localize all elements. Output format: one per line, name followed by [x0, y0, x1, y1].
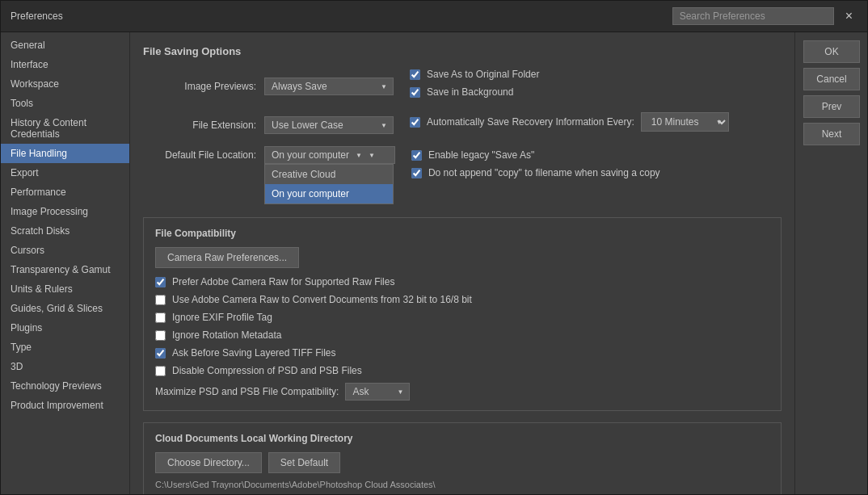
prefer-camera-raw-checkbox[interactable] [155, 277, 166, 287]
save-in-background-label: Save in Background [427, 86, 513, 98]
default-file-location-dropdown: On your computer ▼ Creative Cloud On you… [264, 146, 395, 164]
sidebar-item-export[interactable]: Export [1, 163, 129, 182]
dialog-title: Preferences [11, 10, 63, 22]
prefer-camera-raw-row: Prefer Adobe Camera Raw for Supported Ra… [155, 276, 769, 287]
sidebar-item-tools[interactable]: Tools [1, 94, 129, 113]
cancel-button[interactable]: Cancel [803, 68, 860, 90]
sidebar-item-performance[interactable]: Performance [1, 182, 129, 202]
default-file-location-button[interactable]: On your computer ▼ [264, 146, 395, 164]
do-not-append-label: Do not append "copy" to filename when sa… [428, 167, 660, 178]
image-previews-select-wrapper: Always Save Never Save Ask When Saving [264, 78, 394, 95]
auto-save-label: Automatically Save Recovery Information … [427, 116, 634, 128]
choose-directory-button[interactable]: Choose Directory... [155, 452, 262, 473]
enable-legacy-row: Enable legacy "Save As" [411, 149, 660, 161]
save-in-background-row: Save in Background [410, 86, 539, 98]
sidebar-item-product[interactable]: Product Improvement [1, 396, 129, 415]
ignore-exif-checkbox[interactable] [155, 313, 166, 323]
disable-compression-checkbox[interactable] [155, 366, 166, 376]
auto-save-row: Automatically Save Recovery Information … [410, 112, 729, 132]
sidebar-item-workspace[interactable]: Workspace [1, 74, 129, 94]
sidebar-item-image-processing[interactable]: Image Processing [1, 202, 129, 221]
auto-save-checkbox[interactable] [410, 117, 420, 128]
sidebar-item-scratch-disks[interactable]: Scratch Disks [1, 221, 129, 241]
ignore-rotation-row: Ignore Rotation Metadata [155, 329, 769, 341]
cloud-docs-buttons: Choose Directory... Set Default [155, 452, 769, 473]
sidebar-item-3d[interactable]: 3D [1, 357, 129, 376]
ok-button[interactable]: OK [803, 40, 860, 63]
close-button[interactable]: × [841, 8, 857, 24]
action-buttons-panel: OK Cancel Prev Next [794, 32, 867, 494]
image-previews-select[interactable]: Always Save Never Save Ask When Saving [264, 78, 394, 95]
dropdown-arrow-icon: ▼ [356, 152, 362, 159]
save-as-original-row: Save As to Original Folder [410, 69, 539, 80]
ignore-rotation-label: Ignore Rotation Metadata [172, 329, 281, 341]
maximize-psd-select[interactable]: Ask Always Never [345, 383, 410, 401]
ignore-exif-label: Ignore EXIF Profile Tag [172, 312, 272, 323]
next-button[interactable]: Next [803, 123, 860, 145]
default-file-location-menu: Creative Cloud On your computer [264, 164, 394, 204]
default-file-location-label: Default File Location: [143, 146, 264, 161]
maximize-psd-row: Maximize PSD and PSB File Compatibility:… [155, 383, 769, 401]
use-camera-raw-checkbox[interactable] [155, 295, 166, 305]
legacy-checkboxes: Enable legacy "Save As" Do not append "c… [411, 149, 660, 185]
file-extension-select[interactable]: Use Lower Case Use Upper Case [264, 116, 394, 134]
maximize-psd-select-wrapper: Ask Always Never [345, 383, 410, 401]
sidebar-item-interface[interactable]: Interface [1, 55, 129, 74]
set-default-button[interactable]: Set Default [268, 452, 340, 473]
save-as-original-checkbox[interactable] [410, 69, 420, 80]
auto-save-interval-wrapper: 5 Minutes 10 Minutes 15 Minutes 30 Minut… [641, 112, 729, 132]
title-bar: Preferences × [1, 1, 867, 32]
dropdown-item-creative-cloud[interactable]: Creative Cloud [265, 165, 393, 184]
cloud-documents-section: Cloud Documents Local Working Directory … [143, 422, 782, 494]
content-area: File Saving Options Image Previews: Alwa… [130, 32, 794, 494]
do-not-append-row: Do not append "copy" to filename when sa… [411, 167, 660, 178]
ignore-exif-row: Ignore EXIF Profile Tag [155, 312, 769, 323]
search-input[interactable] [672, 7, 834, 25]
main-layout: General Interface Workspace Tools Histor… [1, 32, 867, 494]
ignore-rotation-checkbox[interactable] [155, 330, 166, 341]
prefer-camera-raw-label: Prefer Adobe Camera Raw for Supported Ra… [172, 276, 394, 287]
sidebar-item-cursors[interactable]: Cursors [1, 241, 129, 260]
enable-legacy-checkbox[interactable] [411, 150, 422, 161]
section-title: File Saving Options [143, 45, 782, 57]
image-previews-label: Image Previews: [143, 81, 264, 92]
file-extension-label: File Extension: [143, 120, 264, 131]
file-compatibility-section: File Compatibility Camera Raw Preference… [143, 217, 782, 411]
maximize-psd-label: Maximize PSD and PSB File Compatibility: [155, 386, 339, 397]
do-not-append-checkbox[interactable] [411, 168, 422, 178]
use-camera-raw-label: Use Adobe Camera Raw to Convert Document… [172, 294, 472, 305]
auto-save-interval-select[interactable]: 5 Minutes 10 Minutes 15 Minutes 30 Minut… [641, 112, 729, 132]
ask-before-saving-row: Ask Before Saving Layered TIFF Files [155, 347, 769, 359]
image-previews-row: Image Previews: Always Save Never Save A… [143, 69, 782, 104]
file-extension-row: File Extension: Use Lower Case Use Upper… [143, 112, 782, 138]
dropdown-item-on-computer[interactable]: On your computer [265, 184, 393, 203]
auto-save-group: Automatically Save Recovery Information … [410, 112, 729, 138]
use-camera-raw-row: Use Adobe Camera Raw to Convert Document… [155, 294, 769, 305]
sidebar-item-type[interactable]: Type [1, 338, 129, 357]
sidebar-item-units[interactable]: Units & Rulers [1, 279, 129, 299]
sidebar: General Interface Workspace Tools Histor… [1, 32, 130, 494]
sidebar-item-general[interactable]: General [1, 36, 129, 55]
camera-raw-preferences-button[interactable]: Camera Raw Preferences... [155, 247, 299, 268]
sidebar-item-transparency[interactable]: Transparency & Gamut [1, 260, 129, 279]
preferences-dialog: Preferences × General Interface Workspac… [0, 0, 868, 495]
ask-before-saving-checkbox[interactable] [155, 348, 166, 359]
sidebar-item-history[interactable]: History & Content Credentials [1, 113, 129, 144]
ask-before-saving-label: Ask Before Saving Layered TIFF Files [172, 347, 336, 359]
default-file-location-row: Default File Location: On your computer … [143, 146, 782, 185]
title-bar-controls: × [672, 7, 857, 25]
file-extension-select-wrapper: Use Lower Case Use Upper Case [264, 116, 394, 134]
disable-compression-row: Disable Compression of PSD and PSB Files [155, 365, 769, 376]
enable-legacy-label: Enable legacy "Save As" [428, 149, 534, 161]
sidebar-item-file-handling[interactable]: File Handling [1, 144, 129, 163]
save-in-background-checkbox[interactable] [410, 87, 420, 98]
sidebar-item-plugins[interactable]: Plugins [1, 318, 129, 338]
sidebar-item-guides[interactable]: Guides, Grid & Slices [1, 299, 129, 318]
cloud-path-text: C:\Users\Ged Traynor\Documents\Adobe\Pho… [155, 480, 769, 489]
cloud-documents-title: Cloud Documents Local Working Directory [155, 433, 769, 444]
sidebar-item-tech-previews[interactable]: Technology Previews [1, 376, 129, 396]
prev-button[interactable]: Prev [803, 95, 860, 118]
right-checkboxes-top: Save As to Original Folder Save in Backg… [410, 69, 539, 104]
file-compatibility-title: File Compatibility [155, 228, 769, 239]
save-as-original-label: Save As to Original Folder [427, 69, 539, 80]
